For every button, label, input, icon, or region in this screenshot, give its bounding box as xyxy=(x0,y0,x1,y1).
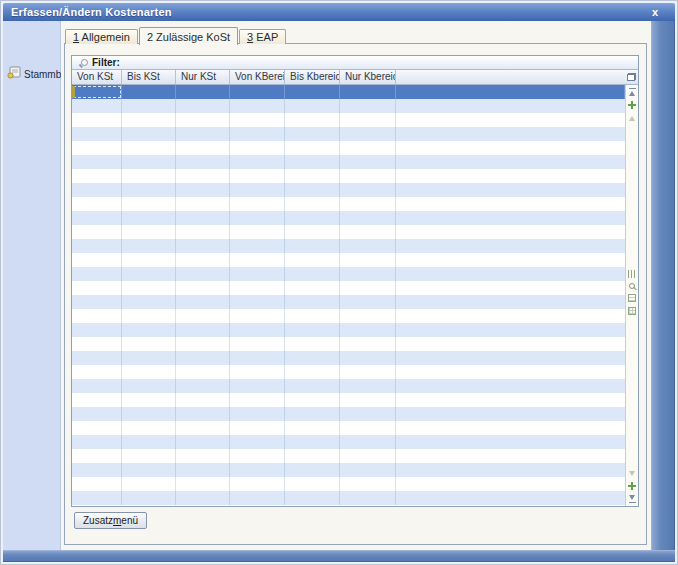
grid-cell[interactable] xyxy=(176,113,230,127)
table-row[interactable] xyxy=(72,463,625,477)
grid-cell[interactable] xyxy=(122,281,176,295)
grid-cell[interactable] xyxy=(230,407,285,421)
grid-cell[interactable] xyxy=(285,85,340,99)
table-row[interactable] xyxy=(72,351,625,365)
grid-cell[interactable] xyxy=(285,491,340,505)
table-row[interactable] xyxy=(72,309,625,323)
grid-cell[interactable] xyxy=(176,85,230,99)
grid-cell[interactable] xyxy=(176,225,230,239)
grid-cell[interactable] xyxy=(340,295,396,309)
table-row[interactable] xyxy=(72,421,625,435)
tab-allgemein[interactable]: 1 Allgemein xyxy=(65,29,138,44)
table-row[interactable] xyxy=(72,141,625,155)
table-row[interactable] xyxy=(72,337,625,351)
table-row[interactable] xyxy=(72,169,625,183)
grid-cell[interactable] xyxy=(230,477,285,491)
grid-cell[interactable] xyxy=(230,211,285,225)
grid-cell[interactable] xyxy=(285,463,340,477)
grid-cell[interactable] xyxy=(122,365,176,379)
grid-cell[interactable] xyxy=(230,225,285,239)
grid-cell[interactable] xyxy=(176,337,230,351)
list-rows-icon[interactable] xyxy=(628,294,636,302)
table-row[interactable] xyxy=(72,127,625,141)
down-arrow-icon[interactable] xyxy=(628,469,637,477)
grid-cell[interactable] xyxy=(285,127,340,141)
grid-cell[interactable] xyxy=(340,141,396,155)
grid-cell[interactable] xyxy=(176,477,230,491)
grid-cell[interactable] xyxy=(176,99,230,113)
grid-cell[interactable] xyxy=(122,323,176,337)
table-row[interactable] xyxy=(72,267,625,281)
grid-cell[interactable] xyxy=(285,449,340,463)
grid-cell[interactable] xyxy=(176,197,230,211)
grid-cell[interactable] xyxy=(340,421,396,435)
grid-cell[interactable] xyxy=(122,253,176,267)
grid-cell[interactable] xyxy=(122,477,176,491)
grid-cell[interactable] xyxy=(230,463,285,477)
grid-cell[interactable] xyxy=(230,253,285,267)
tab-zulaessige-kost[interactable]: 2 Zulässige KoSt xyxy=(139,27,238,45)
grid-cell[interactable] xyxy=(285,379,340,393)
grid-cell[interactable] xyxy=(340,183,396,197)
grid-cell[interactable] xyxy=(285,155,340,169)
grid-cell[interactable] xyxy=(72,155,122,169)
grid-cell[interactable] xyxy=(340,281,396,295)
grid-cell[interactable] xyxy=(176,141,230,155)
table-row[interactable] xyxy=(72,365,625,379)
grid-cell[interactable] xyxy=(230,281,285,295)
scroll-to-bottom-icon[interactable] xyxy=(628,495,637,503)
grid-cell[interactable] xyxy=(230,169,285,183)
grid-cell[interactable] xyxy=(230,351,285,365)
table-row[interactable] xyxy=(72,85,625,99)
grid-cell[interactable] xyxy=(122,239,176,253)
grid-cell[interactable] xyxy=(285,267,340,281)
grid-cell[interactable] xyxy=(122,85,176,99)
grid-cell[interactable] xyxy=(340,351,396,365)
zusatzmenu-button[interactable]: Zusatzmenü xyxy=(74,512,147,529)
grid-cell[interactable] xyxy=(72,491,122,505)
grid-cell[interactable] xyxy=(285,141,340,155)
grid-cell[interactable] xyxy=(230,141,285,155)
grid-cell[interactable] xyxy=(176,239,230,253)
grid-cell[interactable] xyxy=(72,351,122,365)
grid-cell[interactable] xyxy=(285,113,340,127)
grid-cell[interactable] xyxy=(340,225,396,239)
grid-cell[interactable] xyxy=(72,449,122,463)
table-row[interactable] xyxy=(72,99,625,113)
grid-cell[interactable] xyxy=(230,85,285,99)
grid-cell[interactable] xyxy=(122,337,176,351)
grid-cell[interactable] xyxy=(176,267,230,281)
grid-cell[interactable] xyxy=(176,393,230,407)
grid-cell[interactable] xyxy=(72,309,122,323)
grid-cell[interactable] xyxy=(230,379,285,393)
grid-cell[interactable] xyxy=(285,365,340,379)
table-row[interactable] xyxy=(72,393,625,407)
table-row[interactable] xyxy=(72,197,625,211)
grid-cell[interactable] xyxy=(285,337,340,351)
grid-cell[interactable] xyxy=(176,253,230,267)
grid-cell[interactable] xyxy=(176,365,230,379)
grid-cell[interactable] xyxy=(122,225,176,239)
grid-cell[interactable] xyxy=(122,155,176,169)
grid-cell[interactable] xyxy=(285,197,340,211)
grid-cell[interactable] xyxy=(230,239,285,253)
grid-cell[interactable] xyxy=(122,211,176,225)
grid-cell[interactable] xyxy=(285,421,340,435)
grid-cell[interactable] xyxy=(176,211,230,225)
grid-cell[interactable] xyxy=(122,393,176,407)
grid-cell[interactable] xyxy=(176,295,230,309)
grid-cell[interactable] xyxy=(285,99,340,113)
grid-cell[interactable] xyxy=(230,421,285,435)
grid-cell[interactable] xyxy=(340,99,396,113)
grid-cell[interactable] xyxy=(72,99,122,113)
grid-cell[interactable] xyxy=(72,281,122,295)
grid-cell[interactable] xyxy=(176,183,230,197)
grid-cell[interactable] xyxy=(230,295,285,309)
title-bar[interactable]: Erfassen/Ändern Kostenarten x xyxy=(3,3,675,21)
grid-cell[interactable] xyxy=(340,407,396,421)
grid-cell[interactable] xyxy=(176,127,230,141)
grid-cell[interactable] xyxy=(176,449,230,463)
grid-cell[interactable] xyxy=(122,295,176,309)
grid-cell[interactable] xyxy=(340,435,396,449)
grid-cell[interactable] xyxy=(122,435,176,449)
